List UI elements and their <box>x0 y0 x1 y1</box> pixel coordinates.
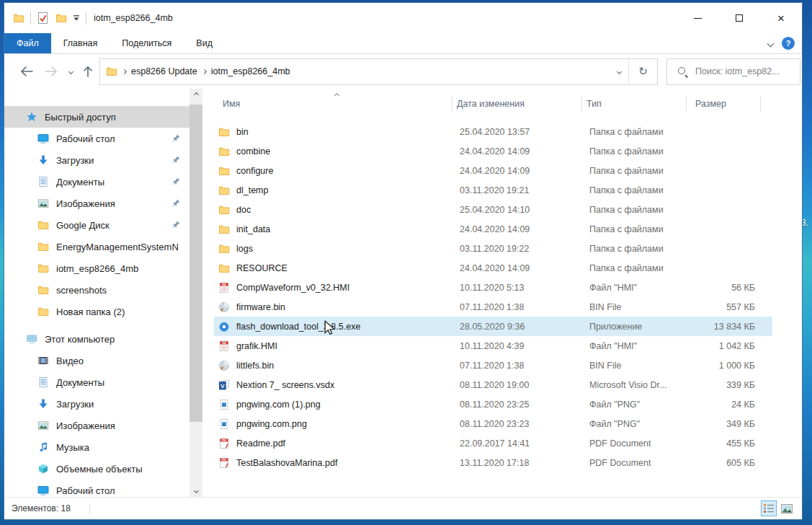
breadcrumb-segment[interactable]: iotm_esp8266_4mb <box>211 66 290 76</box>
help-button[interactable]: ? <box>782 37 795 50</box>
forward-button[interactable] <box>39 66 63 77</box>
new-folder-button[interactable] <box>55 12 67 24</box>
file-type-cell: BIN File <box>582 361 687 371</box>
file-row[interactable]: bin25.04.2020 13:57Папка с файлами <box>214 122 772 141</box>
disc-icon <box>218 301 230 313</box>
minimize-button[interactable] <box>677 3 718 33</box>
scrollbar-thumb[interactable] <box>189 105 202 422</box>
sidebar-item[interactable]: Быстрый доступ <box>4 106 189 128</box>
file-row[interactable]: configure24.04.2020 14:09Папка с файлами <box>214 161 772 180</box>
column-header[interactable]: Тип <box>582 96 687 112</box>
file-row[interactable]: doc25.04.2020 14:10Папка с файлами <box>214 200 772 219</box>
column-header[interactable]: Имя <box>214 96 452 112</box>
properties-button[interactable] <box>37 12 50 25</box>
file-name: Nextion 7_ screens.vsdx <box>236 380 334 390</box>
ribbon-tab-3[interactable]: Поделиться <box>110 33 184 53</box>
maximize-button[interactable] <box>718 3 760 33</box>
sidebar-item-label: Рабочий стол <box>4 485 115 496</box>
file-row[interactable]: littlefs.bin07.11.2020 1:38BIN File1 000… <box>214 356 772 375</box>
file-row[interactable]: HMICompWaveform_v0_32.HMI10.11.2020 5:13… <box>214 278 772 297</box>
ribbon-tab-2[interactable]: Главная <box>51 33 110 53</box>
pdf-icon: PDF <box>218 438 230 449</box>
ribbon-right-controls: ? <box>768 33 802 53</box>
scroll-down-icon[interactable] <box>189 485 202 497</box>
sidebar-item[interactable]: Загрузки <box>4 393 189 415</box>
downloads-icon <box>37 154 49 166</box>
sidebar-item[interactable]: Google Диск <box>4 214 189 236</box>
file-name: logs <box>236 244 253 254</box>
sidebar-item[interactable]: Изображения <box>4 193 189 214</box>
folder-icon <box>218 165 230 177</box>
sidebar-item[interactable]: Новая папка (2) <box>4 301 189 322</box>
sidebar-item[interactable]: Объемные объекты <box>4 458 189 480</box>
refresh-button[interactable]: ↻ <box>628 59 657 84</box>
recent-locations-button[interactable] <box>63 70 78 74</box>
sidebar-item[interactable]: iotm_esp8266_4mb <box>4 257 189 279</box>
folder-icon <box>37 219 49 231</box>
sidebar-item[interactable]: Видео <box>4 350 189 371</box>
back-button[interactable] <box>14 66 39 77</box>
file-name: combine <box>236 146 270 156</box>
file-row[interactable]: VNextion 7_ screens.vsdx08.11.2020 19:00… <box>214 375 772 394</box>
sidebar-item[interactable]: Музыка <box>4 436 189 458</box>
pictures-icon <box>37 198 49 209</box>
breadcrumb-segment[interactable]: esp8266 Update <box>131 66 197 76</box>
file-date-cell: 24.04.2020 14:09 <box>452 146 582 156</box>
sidebar-item[interactable]: Рабочий стол <box>4 128 189 149</box>
folder-icon <box>37 306 49 317</box>
sidebar-item[interactable]: Документы <box>4 371 189 393</box>
expand-ribbon-icon[interactable] <box>767 40 775 47</box>
sidebar-item[interactable]: EnergyManagementSystemN <box>4 236 189 257</box>
file-row[interactable]: init_data24.04.2020 14:09Папка с файлами <box>214 219 772 239</box>
up-button[interactable] <box>78 65 98 78</box>
toolbar-separator <box>30 12 31 25</box>
file-row[interactable]: pngwing.com.png08.11.2020 23:23Файл "PNG… <box>214 414 772 433</box>
folder-icon <box>106 66 117 77</box>
search-box[interactable] <box>666 58 800 85</box>
ribbon-tab-1[interactable]: Файл <box>4 33 51 53</box>
column-header[interactable]: Размер <box>687 96 761 112</box>
file-row[interactable]: PDFReadme.pdf22.09.2017 14:41PDF Documen… <box>214 433 772 453</box>
sidebar-item-label: Изображения <box>4 198 115 209</box>
close-icon: × <box>777 12 785 25</box>
file-name-cell: combine <box>214 146 452 157</box>
svg-text:HMI: HMI <box>222 341 226 344</box>
sidebar-item[interactable]: Документы <box>4 171 189 193</box>
file-name: RESOURCE <box>236 263 287 273</box>
thumbnail-view-button[interactable] <box>779 500 795 516</box>
file-row[interactable]: PDFTestBalashovaMarina.pdf13.11.2020 17:… <box>214 453 772 472</box>
file-row[interactable]: dl_temp03.11.2020 19:21Папка с файлами <box>214 180 772 200</box>
search-input[interactable] <box>695 66 789 76</box>
file-row[interactable]: flash_download_tool_3.8.5.exe28.05.2020 … <box>214 317 772 336</box>
file-row[interactable]: pngwing.com (1).png08.11.2020 23:25Файл … <box>214 394 772 414</box>
file-name-cell: doc <box>214 204 452 216</box>
sidebar-scrollbar[interactable] <box>189 89 202 497</box>
sidebar-item-label: Загрузки <box>4 155 94 166</box>
address-bar[interactable]: esp8266 Updateiotm_esp8266_4mb ↻ <box>99 58 658 85</box>
minimize-icon <box>694 18 702 19</box>
sidebar-item[interactable]: screenshots <box>4 279 189 301</box>
ribbon-tab-row: ФайлГлавнаяПоделитьсяВид ? <box>4 33 802 54</box>
sidebar-item[interactable]: Этот компьютер <box>4 328 189 350</box>
details-view-button[interactable] <box>761 500 777 516</box>
file-row[interactable]: combine24.04.2020 14:09Папка с файлами <box>214 141 772 161</box>
file-row[interactable]: logs03.11.2020 19:22Папка с файлами <box>214 239 772 258</box>
ribbon-tab-4[interactable]: Вид <box>184 33 225 53</box>
sidebar-item-label: Изображения <box>4 420 115 431</box>
file-row[interactable]: firmware.bin07.11.2020 1:38BIN File557 К… <box>214 297 772 317</box>
svg-text:PDF: PDF <box>222 458 227 461</box>
gear-icon <box>218 321 230 332</box>
file-row[interactable]: RESOURCE24.04.2020 14:09Папка с файлами <box>214 258 772 278</box>
file-name-cell: firmware.bin <box>214 301 452 313</box>
customize-toolbar-dropdown[interactable] <box>73 14 80 22</box>
close-button[interactable]: × <box>760 3 802 33</box>
sidebar-item[interactable]: Изображения <box>4 415 189 436</box>
search-icon <box>677 66 687 76</box>
scroll-up-icon[interactable] <box>189 89 202 101</box>
sidebar-item[interactable]: Рабочий стол <box>4 480 189 497</box>
sidebar-item[interactable]: Загрузки <box>4 149 189 171</box>
address-dropdown-button[interactable] <box>610 70 628 74</box>
file-row[interactable]: HMIgrafik.HMI10.11.2020 4:39Файл "HMI"1 … <box>214 336 772 356</box>
file-name: Readme.pdf <box>236 438 285 449</box>
column-header[interactable]: Дата изменения <box>452 96 582 112</box>
